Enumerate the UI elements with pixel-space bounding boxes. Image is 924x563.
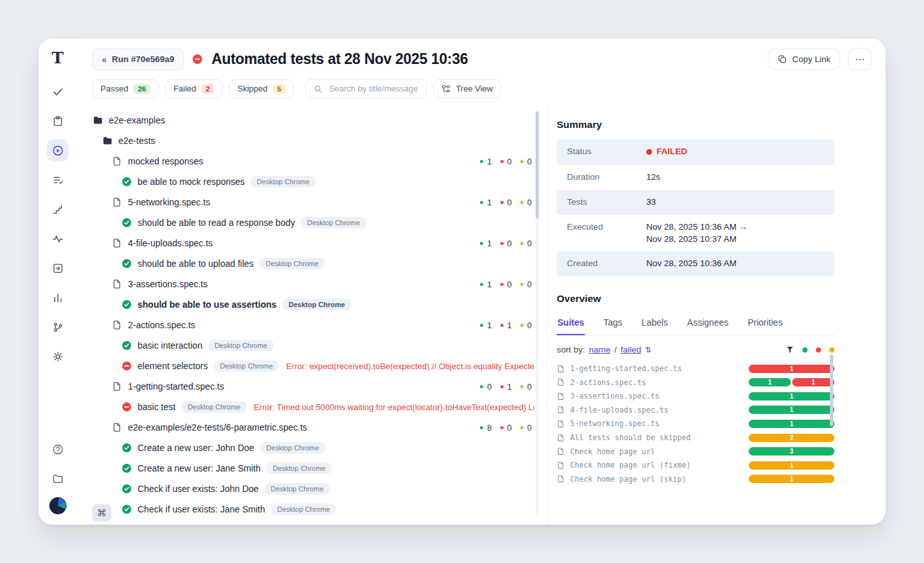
tree-view-button[interactable]: Tree View — [433, 79, 501, 98]
sidebar-item-activity[interactable] — [47, 228, 68, 250]
filter-funnel-icon[interactable] — [786, 345, 794, 354]
tree-scrollbar-thumb[interactable] — [536, 111, 539, 219]
sidebar-item-analytics[interactable] — [47, 287, 68, 308]
more-options-button[interactable]: ⋯ — [848, 48, 872, 70]
filter-bar: Passed26Failed2Skipped5 Tree View — [77, 76, 886, 106]
skipped-count: 0 — [520, 198, 532, 207]
clipboard-icon — [52, 115, 64, 127]
folder-row[interactable]: e2e-examples — [77, 110, 547, 131]
suite-row[interactable]: e2e-examples/e2e-tests/6-parametric.spec… — [77, 417, 547, 438]
failed-count: 0 — [500, 423, 512, 432]
suite-result-bar: 1 — [749, 406, 834, 414]
suite-stat-row[interactable]: Check home page url3 — [557, 445, 834, 459]
failed-count: 0 — [500, 198, 512, 207]
suite-stat-row[interactable]: 3-assertions.spec.ts1 — [557, 389, 834, 403]
suite-stat-row[interactable]: Check home page url (skip)1 — [557, 472, 834, 486]
suite-result-bar: 11 — [749, 378, 834, 386]
test-row[interactable]: be able to mock responsesDesktop Chrome — [77, 171, 547, 192]
suite-stat-row[interactable]: All tests should be skipped2 — [557, 431, 834, 445]
error-message: Error: Timed out 5000ms waiting for expe… — [254, 402, 534, 412]
test-row[interactable]: Create a new user: Jane SmithDesktop Chr… — [77, 458, 547, 479]
sidebar-item-test-list[interactable] — [47, 169, 68, 191]
suite-stat-row[interactable]: 5-networking.spec.ts1 — [557, 417, 834, 431]
summary-heading: Summary — [557, 119, 834, 131]
user-avatar[interactable] — [49, 497, 67, 514]
suite-row[interactable]: 3-assertions.spec.ts100 — [77, 274, 547, 294]
spec-file-icon — [112, 381, 122, 392]
command-key-badge[interactable]: ⌘ — [92, 504, 111, 521]
suite-stat-row[interactable]: Check home page url (fixme)1 — [557, 458, 834, 472]
tree-view-icon — [442, 84, 450, 93]
tab-tags[interactable]: Tags — [603, 313, 623, 335]
legend-failed-dot[interactable] — [816, 347, 821, 353]
test-row[interactable]: Check if user exists: John DoeDesktop Ch… — [77, 479, 547, 499]
search-input[interactable] — [328, 83, 418, 94]
sort-by-name-link[interactable]: name — [589, 345, 610, 354]
sidebar-item-projects[interactable] — [47, 468, 68, 489]
sort-by-failed-link[interactable]: failed — [621, 345, 641, 354]
copy-link-button[interactable]: Copy Link — [768, 49, 840, 70]
test-passed-icon — [122, 177, 132, 187]
suite-result-bar: 2 — [749, 434, 834, 442]
browser-tag: Desktop Chrome — [260, 442, 325, 454]
tab-priorities[interactable]: Priorities — [747, 313, 783, 335]
summary-value: 12s — [646, 171, 660, 184]
sidebar-item-branches[interactable] — [47, 316, 68, 338]
suite-row[interactable]: 1-getting-started.spec.ts010 — [77, 376, 547, 397]
row-counts: 100 — [480, 151, 532, 171]
suite-row[interactable]: mocked responses100 — [77, 151, 547, 171]
chip-count-badge: 5 — [273, 84, 285, 94]
spec-file-icon — [112, 197, 122, 207]
sidebar-item-runs[interactable] — [47, 139, 68, 161]
sort-direction-icon[interactable]: ⇅ — [645, 345, 651, 354]
sidebar-item-checks[interactable] — [47, 81, 68, 102]
test-row[interactable]: should be able to upload filesDesktop Ch… — [77, 253, 547, 274]
sidebar-item-help[interactable] — [47, 438, 68, 460]
tab-assignees[interactable]: Assignees — [687, 313, 729, 335]
suite-row[interactable]: 4-file-uploads.spec.ts100 — [77, 233, 547, 253]
overview-tabs: SuitesTagsLabelsAssigneesPriorities — [557, 313, 834, 335]
test-row[interactable]: Check if user exists: Jane SmithDesktop … — [77, 499, 547, 519]
steps-icon — [52, 203, 64, 216]
suite-row[interactable]: 5-networking.spec.ts100 — [77, 192, 547, 212]
suite-stat-row[interactable]: 4-file-uploads.spec.ts1 — [557, 403, 834, 417]
browser-tag: Desktop Chrome — [267, 463, 331, 474]
folder-row[interactable]: e2e-tests — [77, 131, 547, 151]
row-label: e2e-examples — [109, 115, 165, 125]
skipped-count: 0 — [520, 239, 532, 248]
folder-icon — [102, 136, 113, 146]
filter-failed-chip[interactable]: Failed2 — [165, 79, 223, 99]
content-area: e2e-examplese2e-testsmocked responses100… — [77, 106, 886, 525]
help-icon — [52, 443, 64, 456]
back-to-run-button[interactable]: « Run #70e569a9 — [92, 49, 184, 70]
sidebar-item-import[interactable] — [47, 257, 68, 279]
test-row[interactable]: element selectorsDesktop ChromeError: ex… — [77, 356, 547, 376]
test-row[interactable]: should be able to read a response bodyDe… — [77, 212, 547, 233]
filter-passed-chip[interactable]: Passed26 — [92, 79, 159, 99]
test-row[interactable]: Create a new user: John DoeDesktop Chrom… — [77, 438, 547, 458]
row-counts: 100 — [480, 192, 532, 212]
filter-skipped-chip[interactable]: Skipped5 — [229, 79, 294, 99]
legend-skipped-dot[interactable] — [829, 347, 834, 353]
test-row[interactable]: basic testDesktop ChromeError: Timed out… — [77, 397, 547, 417]
sidebar-item-steps[interactable] — [47, 198, 68, 220]
test-tree: e2e-examplese2e-testsmocked responses100… — [77, 110, 547, 519]
legend-passed-dot[interactable] — [802, 347, 808, 353]
search-box[interactable] — [305, 79, 427, 99]
overview-scrollbar-thumb[interactable] — [830, 354, 833, 426]
summary-row-duration: Duration12s — [557, 165, 834, 190]
test-passed-icon — [122, 340, 132, 351]
test-row[interactable]: basic interactionDesktop Chrome — [77, 335, 547, 356]
tab-suites[interactable]: Suites — [557, 313, 585, 335]
sidebar-item-tasks[interactable] — [47, 110, 68, 132]
test-passed-icon — [122, 299, 132, 310]
sidebar-item-settings[interactable] — [47, 345, 68, 367]
test-row[interactable]: should be able to use assertionsDesktop … — [77, 294, 547, 315]
tab-labels[interactable]: Labels — [641, 313, 669, 335]
tree-scrollbar-track[interactable] — [536, 111, 539, 517]
suite-stat-row[interactable]: 2-actions.spec.ts11 — [557, 376, 834, 390]
app-logo[interactable]: T — [52, 49, 64, 69]
suite-row[interactable]: 2-actions.spec.ts110 — [77, 315, 547, 335]
suite-stat-row[interactable]: 1-getting-started.spec.ts1 — [557, 361, 834, 376]
suite-result-bar: 1 — [749, 365, 834, 373]
